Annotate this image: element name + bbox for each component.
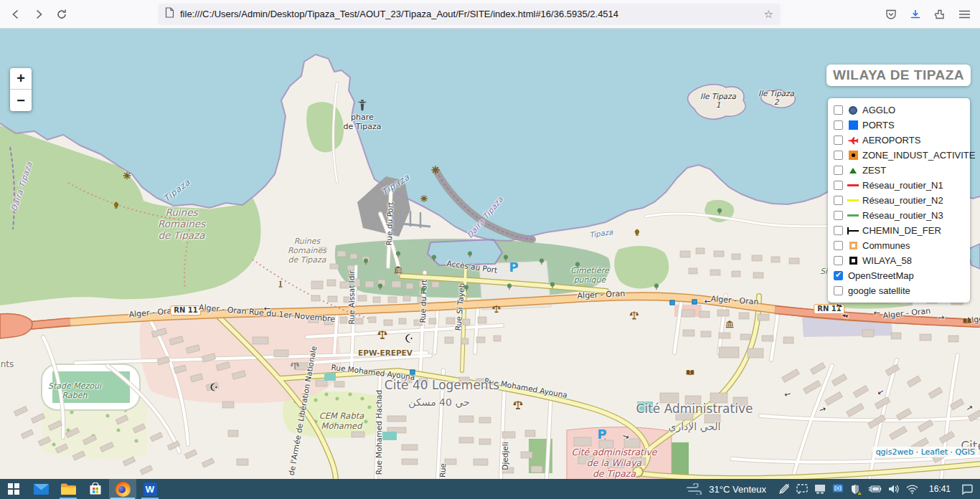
layer-checkbox[interactable] bbox=[834, 181, 843, 190]
layer-row-aeroports[interactable]: AEROPORTS bbox=[834, 133, 964, 148]
layer-checkbox[interactable] bbox=[834, 151, 843, 160]
layer-row-r-seau-routier-n3[interactable]: Réseau_routier_N3 bbox=[834, 208, 964, 223]
menu-icon[interactable] bbox=[957, 7, 971, 22]
layer-label: google satellite bbox=[848, 285, 910, 296]
zone-legend-icon bbox=[847, 150, 859, 161]
layer-checkbox[interactable] bbox=[834, 256, 843, 265]
layer-row-zest[interactable]: ZEST bbox=[834, 163, 964, 178]
layer-label: ZEST bbox=[862, 165, 886, 176]
forward-button[interactable] bbox=[27, 3, 50, 26]
layer-label: CHEMIN_DE_FER bbox=[862, 225, 941, 236]
reload-button[interactable] bbox=[50, 3, 73, 26]
tri-legend-icon bbox=[847, 165, 859, 176]
layer-checkbox[interactable] bbox=[834, 241, 843, 250]
zoom-out-button[interactable]: − bbox=[10, 90, 32, 111]
layer-checkbox[interactable] bbox=[834, 120, 843, 130]
layer-control-panel: AGGLOPORTSAEROPORTSZONE_INDUST_ACTIVITEZ… bbox=[828, 98, 970, 303]
layer-checkbox[interactable] bbox=[834, 166, 843, 175]
action-center-icon[interactable] bbox=[961, 484, 973, 495]
layer-row-chemin-de-fer[interactable]: CHEMIN_DE_FER bbox=[834, 223, 964, 238]
layer-label: Réseau_routier_N2 bbox=[862, 195, 943, 206]
layer-checkbox[interactable] bbox=[834, 286, 843, 295]
layer-label: WILAYA_58 bbox=[862, 255, 912, 266]
volume-icon[interactable] bbox=[888, 484, 900, 494]
rail-legend-icon bbox=[847, 225, 859, 237]
wilaya-legend-icon bbox=[847, 255, 859, 267]
layer-checkbox[interactable] bbox=[834, 271, 843, 280]
download-icon[interactable] bbox=[908, 7, 923, 22]
windows-taskbar: W 31°C Venteux 16:41 bbox=[0, 479, 980, 499]
layer-row-google-satellite[interactable]: google satellite bbox=[834, 283, 964, 298]
taskbar-clock[interactable]: 16:41 bbox=[925, 484, 955, 494]
attribution-link-qgis[interactable]: QGIS bbox=[956, 447, 975, 457]
line-green-legend-icon bbox=[847, 210, 859, 222]
square-blue-legend-icon bbox=[847, 120, 859, 131]
security-warning-icon[interactable] bbox=[850, 484, 862, 495]
back-button[interactable] bbox=[4, 3, 27, 26]
start-button[interactable] bbox=[0, 479, 27, 499]
display-icon[interactable] bbox=[814, 484, 826, 494]
zoom-in-button[interactable]: + bbox=[10, 68, 32, 90]
wifi-icon[interactable] bbox=[906, 485, 918, 494]
weather-text: 31°C Venteux bbox=[709, 484, 766, 495]
layer-checkbox[interactable] bbox=[834, 196, 843, 205]
plane-legend-icon bbox=[847, 135, 859, 146]
map-canvas[interactable]: phare de TipazaIle Tipaza 1Ile Tipaza 2T… bbox=[0, 29, 980, 479]
layer-row-r-seau-routier-n2[interactable]: Réseau_routier_N2 bbox=[834, 193, 964, 208]
url-text[interactable]: file:///C:/Users/Admin/Desktop/Tipaza_Te… bbox=[180, 9, 764, 19]
file-explorer-icon[interactable] bbox=[55, 479, 82, 499]
word-icon[interactable]: W bbox=[136, 479, 164, 499]
pen-disabled-icon[interactable] bbox=[778, 483, 790, 495]
layer-label: ZONE_INDUST_ACTIVITE bbox=[862, 150, 975, 161]
layer-checkbox[interactable] bbox=[834, 136, 843, 145]
bookmark-star-icon[interactable]: ☆ bbox=[764, 8, 773, 21]
zoom-control: + − bbox=[10, 68, 32, 111]
attribution-link-qgis2web[interactable]: qgis2web bbox=[876, 447, 914, 457]
layer-row-zone-indust-activite[interactable]: ZONE_INDUST_ACTIVITE bbox=[834, 148, 964, 163]
layer-label: Réseau_routier_N3 bbox=[862, 210, 943, 221]
layer-label: AGGLO bbox=[862, 105, 895, 115]
layer-checkbox[interactable] bbox=[834, 226, 843, 235]
circle-legend-icon bbox=[847, 105, 859, 116]
layer-checkbox[interactable] bbox=[834, 105, 843, 115]
taskbar-weather[interactable]: 31°C Venteux bbox=[687, 483, 766, 495]
communes-legend-icon bbox=[847, 240, 859, 252]
layer-label: Communes bbox=[862, 240, 910, 251]
layer-label: PORTS bbox=[862, 120, 895, 130]
battery-icon[interactable] bbox=[868, 485, 882, 493]
layer-row-agglo[interactable]: AGGLO bbox=[834, 103, 964, 118]
layer-row-wilaya-58[interactable]: WILAYA_58 bbox=[834, 253, 964, 268]
address-bar[interactable]: file:///C:/Users/Admin/Desktop/Tipaza_Te… bbox=[158, 4, 781, 25]
map-attribution: qgis2web · Leaflet · QGIS bbox=[872, 447, 979, 457]
page-icon bbox=[165, 7, 174, 21]
map-title: WILAYA DE TIPAZA bbox=[826, 65, 971, 86]
pocket-icon[interactable] bbox=[884, 7, 898, 22]
layer-label: OpenStreetMap bbox=[848, 270, 914, 281]
extensions-icon[interactable] bbox=[933, 7, 947, 22]
layer-row-ports[interactable]: PORTS bbox=[834, 118, 964, 133]
line-yellow-legend-icon bbox=[847, 195, 859, 206]
line-red-legend-icon bbox=[847, 180, 859, 191]
layer-checkbox[interactable] bbox=[834, 211, 843, 220]
browser-toolbar: file:///C:/Users/Admin/Desktop/Tipaza_Te… bbox=[0, 0, 980, 29]
mail-app-icon[interactable] bbox=[27, 479, 55, 499]
layer-row-r-seau-routier-n1[interactable]: Réseau_routier_N1 bbox=[834, 178, 964, 193]
firefox-icon[interactable] bbox=[109, 479, 136, 499]
layer-row-communes[interactable]: Communes bbox=[834, 238, 964, 253]
cast-icon[interactable] bbox=[796, 484, 808, 494]
layer-row-openstreetmap[interactable]: OpenStreetMap bbox=[834, 268, 964, 283]
network-app-icon[interactable] bbox=[832, 484, 844, 494]
attribution-link-leaflet[interactable]: Leaflet bbox=[921, 447, 948, 457]
layer-label: Réseau_routier_N1 bbox=[862, 180, 943, 191]
layer-label: AEROPORTS bbox=[862, 135, 920, 146]
microsoft-store-icon[interactable] bbox=[82, 479, 109, 499]
